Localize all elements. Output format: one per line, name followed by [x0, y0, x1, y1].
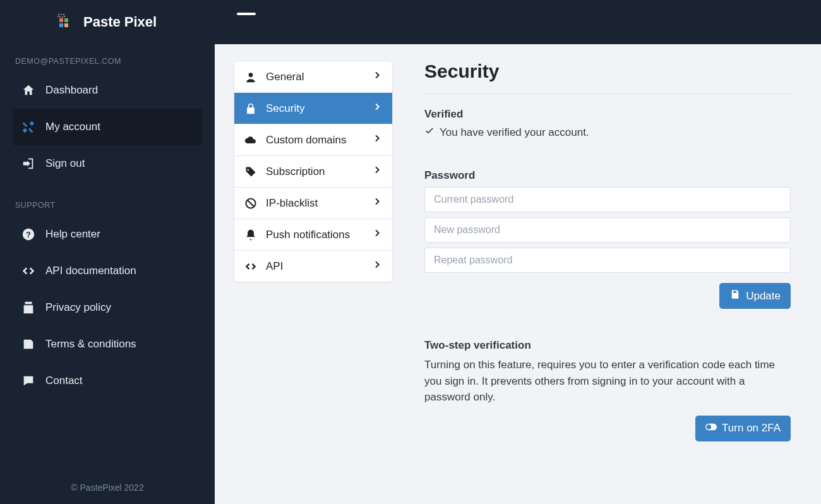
sidebar-item-label: Dashboard	[45, 84, 98, 97]
sidebar-item-terms[interactable]: Terms & conditions	[13, 326, 202, 363]
terms-icon	[21, 337, 35, 351]
footer-copyright: © PastePixel 2022	[13, 474, 202, 504]
current-password-input[interactable]	[424, 187, 791, 212]
twofa-description: Turning on this feature, requires you to…	[424, 357, 791, 405]
subnav-label: IP-blacklist	[266, 197, 318, 210]
sidebar-item-my-account[interactable]: My account	[13, 109, 202, 145]
brand-logo-icon	[57, 13, 75, 31]
sidebar-item-privacy[interactable]: Privacy policy	[13, 289, 202, 326]
new-password-input[interactable]	[424, 217, 791, 243]
main-content: General Security Custom domains Subscrip…	[215, 44, 821, 504]
subnav-ip-blacklist[interactable]: IP-blacklist	[234, 188, 392, 219]
sidebar-item-label: Contact	[45, 375, 83, 387]
settings-content: Security Verified You have verified your…	[424, 61, 791, 441]
svg-line-9	[248, 200, 254, 207]
code-icon	[244, 260, 257, 273]
page-title: Security	[424, 61, 791, 94]
check-icon	[424, 126, 434, 139]
chevron-right-icon	[372, 196, 382, 210]
sidebar-item-label: My account	[45, 121, 100, 133]
code-icon	[21, 264, 35, 278]
sign-out-icon	[21, 157, 35, 171]
toggle-icon	[705, 421, 717, 436]
sidebar-item-label: Terms & conditions	[45, 338, 136, 351]
privacy-icon	[21, 301, 35, 315]
chat-icon	[21, 374, 35, 388]
support-section-label: SUPPORT	[15, 201, 202, 210]
svg-rect-0	[58, 15, 64, 17]
sidebar-item-sign-out[interactable]: Sign out	[13, 145, 202, 182]
ban-icon	[244, 197, 257, 210]
subnav-label: Security	[266, 102, 304, 115]
svg-text:?: ?	[26, 230, 31, 239]
sidebar-item-label: Sign out	[45, 157, 85, 170]
brand-name: Paste Pixel	[83, 14, 157, 30]
settings-subnav: General Security Custom domains Subscrip…	[234, 61, 393, 282]
svg-rect-3	[59, 23, 63, 27]
svg-rect-1	[59, 18, 63, 22]
chevron-right-icon	[372, 165, 382, 178]
subnav-label: General	[266, 71, 304, 83]
subnav-push-notifications[interactable]: Push notifications	[234, 219, 392, 251]
sidebar-item-label: Privacy policy	[45, 301, 111, 314]
tag-icon	[244, 165, 257, 178]
svg-rect-2	[64, 18, 68, 22]
subnav-general[interactable]: General	[234, 61, 392, 93]
subnav-label: Custom domains	[266, 134, 347, 147]
verified-text: You have verified your account.	[440, 126, 589, 139]
verified-section: Verified You have verified your account.	[424, 108, 791, 139]
lock-icon	[244, 102, 257, 115]
update-password-button[interactable]: Update	[719, 283, 791, 309]
subnav-api[interactable]: API	[234, 251, 392, 282]
bell-icon	[244, 229, 257, 241]
verified-heading: Verified	[424, 108, 791, 121]
subnav-subscription[interactable]: Subscription	[234, 156, 392, 188]
menu-toggle-icon[interactable]	[237, 13, 256, 15]
chevron-right-icon	[372, 102, 382, 115]
sidebar-item-label: Help center	[45, 228, 100, 241]
wrench-icon	[21, 120, 35, 134]
sidebar-item-label: API documentation	[45, 265, 136, 277]
sidebar-item-contact[interactable]: Contact	[13, 363, 202, 399]
password-heading: Password	[424, 169, 791, 182]
twofa-heading: Two-step verification	[424, 339, 791, 352]
save-icon	[729, 289, 741, 303]
question-icon: ?	[21, 227, 35, 241]
chevron-right-icon	[372, 133, 382, 147]
repeat-password-input[interactable]	[424, 248, 791, 273]
chevron-right-icon	[372, 260, 382, 273]
subnav-security[interactable]: Security	[234, 93, 392, 124]
sidebar-item-dashboard[interactable]: Dashboard	[13, 72, 202, 109]
cloud-icon	[244, 134, 257, 147]
verified-status: You have verified your account.	[424, 126, 791, 139]
sidebar-item-help-center[interactable]: ? Help center	[13, 216, 202, 253]
svg-rect-4	[64, 23, 68, 27]
turn-on-2fa-button[interactable]: Turn on 2FA	[695, 416, 791, 441]
user-icon	[244, 71, 257, 83]
subnav-custom-domains[interactable]: Custom domains	[234, 124, 392, 156]
svg-point-11	[707, 424, 712, 429]
subnav-label: Subscription	[266, 165, 325, 178]
home-icon	[21, 83, 35, 97]
subnav-label: Push notifications	[266, 229, 350, 241]
twofa-button-label: Turn on 2FA	[722, 422, 781, 435]
chevron-right-icon	[372, 228, 382, 241]
sidebar: DEMO@PASTEPIXEL.COM Dashboard My account…	[0, 44, 215, 504]
topbar: Paste Pixel	[0, 0, 821, 44]
update-button-label: Update	[746, 290, 781, 303]
password-section: Password Update	[424, 169, 791, 309]
svg-point-7	[249, 73, 253, 77]
chevron-right-icon	[372, 70, 382, 83]
twofa-section: Two-step verification Turning on this fe…	[424, 339, 791, 441]
sidebar-item-api-docs[interactable]: API documentation	[13, 253, 202, 289]
user-email-label: DEMO@PASTEPIXEL.COM	[15, 57, 202, 66]
subnav-label: API	[266, 260, 283, 273]
brand[interactable]: Paste Pixel	[0, 13, 215, 31]
